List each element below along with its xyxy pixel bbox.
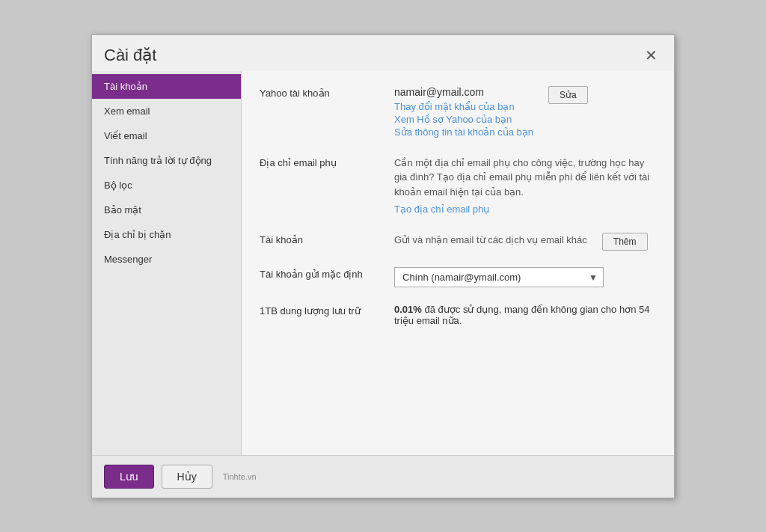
yahoo-account-content: namair@ymail.com Thay đổi mật khẩu của b… xyxy=(394,86,656,139)
sidebar: Tài khoản Xem email Viết email Tính năng… xyxy=(92,71,242,455)
email-phu-value: Cần một địa chỉ email phụ cho công việc,… xyxy=(394,156,656,217)
save-button[interactable]: Lưu xyxy=(104,465,154,489)
email-phu-row: Địa chỉ email phụ Cần một địa chỉ email … xyxy=(260,156,656,217)
change-password-link[interactable]: Thay đổi mật khẩu của bạn xyxy=(394,101,533,112)
yahoo-account-value: namair@ymail.com Thay đổi mật khẩu của b… xyxy=(394,86,656,139)
dialog-footer: Lưu Hủy Tinhte.vn xyxy=(92,455,674,498)
default-account-select[interactable]: Chính (namair@ymail.com) xyxy=(394,267,604,287)
sua-button[interactable]: Sửa xyxy=(548,86,588,104)
yahoo-account-label: Yahoo tài khoản xyxy=(260,86,394,99)
tai-khoan-content: Gửi và nhận email từ các dịch vụ email k… xyxy=(394,233,656,251)
dialog-title: Cài đặt xyxy=(104,46,156,65)
tao-email-phu-link[interactable]: Tạo địa chỉ email phụ xyxy=(394,204,656,215)
storage-label: 1TB dung lượng lưu trữ xyxy=(260,304,394,317)
edit-account-link[interactable]: Sửa thông tin tài khoản của bạn xyxy=(394,126,533,138)
sidebar-item-dia-chi-bi-chan[interactable]: Địa chỉ bị chặn xyxy=(92,222,241,247)
view-profile-link[interactable]: Xem Hồ sơ Yahoo của bạn xyxy=(394,114,533,125)
dialog-header: Cài đặt ✕ xyxy=(92,35,674,71)
yahoo-email: namair@ymail.com xyxy=(394,86,533,98)
email-phu-description: Cần một địa chỉ email phụ cho công việc,… xyxy=(394,157,649,198)
sidebar-item-viet-email[interactable]: Viết email xyxy=(92,123,241,148)
tai-khoan-row: Tài khoản Gửi và nhận email từ các dịch … xyxy=(260,233,656,251)
sidebar-item-bo-loc[interactable]: Bộ lọc xyxy=(92,173,241,198)
storage-value: 0.01% đã được sử dụng, mang đến không gi… xyxy=(394,304,656,326)
watermark: Tinhte.vn xyxy=(223,472,257,481)
dialog-body: Tài khoản Xem email Viết email Tính năng… xyxy=(92,71,674,455)
close-button[interactable]: ✕ xyxy=(640,46,662,64)
sidebar-item-tai-khoan[interactable]: Tài khoản xyxy=(92,74,241,99)
yahoo-account-details: namair@ymail.com Thay đổi mật khẩu của b… xyxy=(394,86,533,139)
tai-khoan-value: Gửi và nhận email từ các dịch vụ email k… xyxy=(394,233,656,251)
default-send-row: Tài khoản gửi mặc định Chính (namair@yma… xyxy=(260,267,656,287)
default-send-label: Tài khoản gửi mặc định xyxy=(260,267,394,280)
yahoo-account-row: Yahoo tài khoản namair@ymail.com Thay đổ… xyxy=(260,86,656,139)
cancel-button[interactable]: Hủy xyxy=(162,465,212,489)
settings-dialog: Cài đặt ✕ Tài khoản Xem email Viết email… xyxy=(91,34,675,498)
tai-khoan-description: Gửi và nhận email từ các dịch vụ email k… xyxy=(394,233,587,248)
them-button[interactable]: Thêm xyxy=(602,233,648,251)
storage-text: đã được sử dụng, mang đến không gian cho… xyxy=(394,304,649,326)
tai-khoan-label: Tài khoản xyxy=(260,233,394,245)
sidebar-item-bao-mat[interactable]: Bảo mật xyxy=(92,198,241,222)
sidebar-item-tinh-nang[interactable]: Tính năng trả lời tự động xyxy=(92,148,241,173)
storage-percent: 0.01% xyxy=(394,304,422,315)
default-account-select-wrapper: Chính (namair@ymail.com) ▼ xyxy=(394,267,604,287)
default-send-value: Chính (namair@ymail.com) ▼ xyxy=(394,267,656,287)
main-content: Yahoo tài khoản namair@ymail.com Thay đổ… xyxy=(242,71,674,455)
storage-description: 0.01% đã được sử dụng, mang đến không gi… xyxy=(394,304,649,326)
sidebar-item-xem-email[interactable]: Xem email xyxy=(92,99,241,123)
storage-row: 1TB dung lượng lưu trữ 0.01% đã được sử … xyxy=(260,304,656,326)
sidebar-item-messenger[interactable]: Messenger xyxy=(92,247,241,272)
email-phu-label: Địa chỉ email phụ xyxy=(260,156,394,168)
